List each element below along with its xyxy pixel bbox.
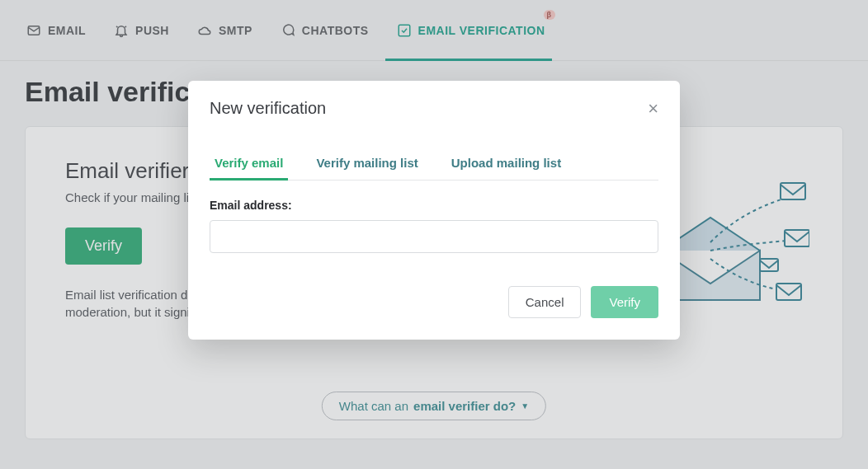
modal-verify-button[interactable]: Verify	[591, 286, 658, 318]
modal-title: New verification	[210, 99, 326, 118]
email-field-label: Email address:	[210, 199, 658, 212]
modal-overlay[interactable]: New verification × Verify email Verify m…	[0, 0, 868, 469]
modal-tabs: Verify email Verify mailing list Upload …	[210, 151, 658, 181]
tab-verify-email[interactable]: Verify email	[210, 151, 288, 180]
email-input[interactable]	[210, 220, 658, 253]
modal-body: Verify email Verify mailing list Upload …	[188, 124, 680, 340]
cancel-button[interactable]: Cancel	[508, 286, 582, 318]
tab-upload-mailing-list[interactable]: Upload mailing list	[446, 151, 566, 180]
new-verification-modal: New verification × Verify email Verify m…	[188, 81, 680, 340]
tab-verify-mailing-list[interactable]: Verify mailing list	[311, 151, 422, 180]
modal-header: New verification ×	[188, 81, 680, 124]
close-icon: ×	[648, 98, 658, 119]
modal-footer: Cancel Verify	[210, 286, 658, 318]
close-button[interactable]: ×	[648, 100, 658, 118]
